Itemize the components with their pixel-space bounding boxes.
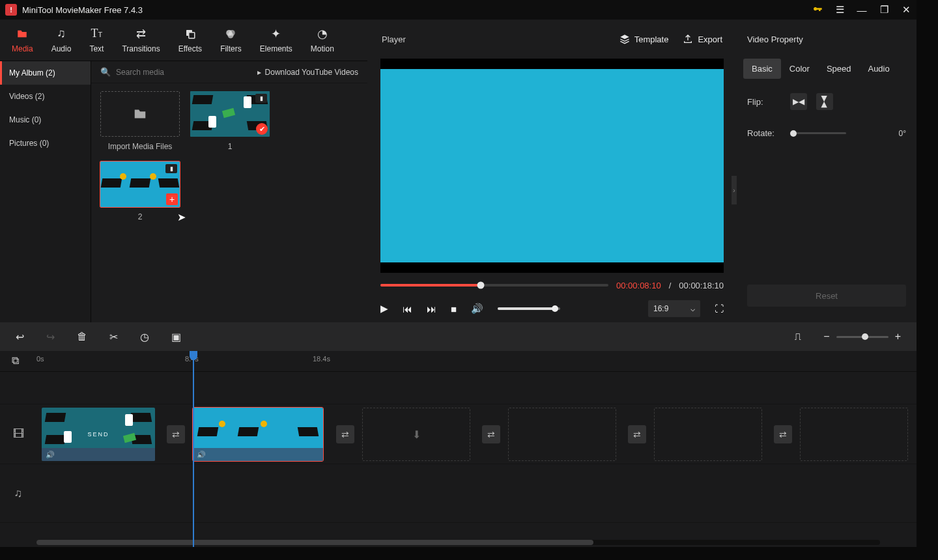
hamburger-menu-icon[interactable]: ☰ [834, 4, 845, 16]
auto-fit-icon[interactable]: ⧉ [12, 355, 19, 367]
main-tabs: Media ♫ Audio TT Text ⇄ Transitions Effe… [0, 20, 367, 61]
album-item-myalbum[interactable]: My Album (2) [0, 61, 91, 85]
redo-icon[interactable]: ↪ [46, 331, 55, 343]
app-logo: ! [5, 4, 17, 16]
player-header: Player Template Export [371, 20, 733, 59]
import-box[interactable] [100, 91, 180, 137]
folder-icon [16, 27, 29, 40]
undo-icon[interactable]: ↩ [16, 331, 24, 343]
timeline-scrollbar[interactable] [0, 538, 917, 547]
aspect-ratio-select[interactable]: 16:9 ⌵ [648, 300, 700, 317]
tab-audio[interactable]: ♫ Audio [42, 20, 81, 61]
album-item-videos[interactable]: Videos (2) [0, 85, 91, 108]
rotate-slider[interactable] [790, 132, 846, 134]
transition-slot-1[interactable]: ⇄ [167, 425, 185, 443]
volume-icon[interactable]: 🔊 [471, 303, 483, 315]
clip-placeholder[interactable] [800, 408, 908, 461]
tab-filters[interactable]: Filters [211, 20, 251, 61]
stop-icon[interactable]: ■ [451, 303, 457, 315]
media-thumb-1[interactable]: ▮ ✔ 1 [190, 91, 270, 151]
import-media-tile[interactable]: Import Media Files [100, 91, 180, 151]
play-icon[interactable]: ▶ [380, 303, 388, 315]
close-icon[interactable]: ✕ [901, 4, 911, 16]
maximize-icon[interactable]: ❐ [879, 4, 889, 16]
prop-tab-audio[interactable]: Audio [859, 59, 898, 79]
progress-row: 00:00:08:10 / 00:00:18:10 [371, 275, 733, 295]
clip-placeholder[interactable] [654, 408, 762, 461]
prop-tab-basic[interactable]: Basic [743, 59, 781, 79]
album-item-pictures[interactable]: Pictures (0) [0, 132, 91, 155]
motion-icon: ◔ [317, 27, 328, 40]
tab-elements-label: Elements [260, 44, 292, 53]
minimize-icon[interactable]: — [857, 5, 867, 16]
next-frame-icon[interactable]: ⏭ [427, 303, 436, 315]
upgrade-key-icon[interactable] [812, 5, 823, 15]
chevron-down-icon: ⌵ [690, 304, 695, 313]
prop-tab-color[interactable]: Color [781, 59, 818, 79]
property-panel: › Video Property Basic Color Speed Audio… [737, 20, 917, 322]
flip-vertical-button[interactable]: ▶◀ [816, 93, 833, 110]
timeline-snap-icon[interactable]: ⎍ [795, 331, 801, 343]
download-youtube-link[interactable]: ▸ Download YouTube Videos [257, 68, 358, 77]
ruler[interactable]: ⧉ 0s 8.4s 18.4s [0, 351, 917, 372]
playhead[interactable] [193, 351, 194, 547]
tab-motion[interactable]: ◔ Motion [302, 20, 343, 61]
clip-placeholder[interactable] [508, 408, 616, 461]
search-input[interactable] [116, 68, 252, 77]
video-type-icon: ▮ [255, 94, 267, 103]
clip-placeholder[interactable]: ⬇ [362, 408, 470, 461]
progress-slider[interactable] [380, 284, 608, 287]
media-thumb-2[interactable]: ▮ + 2 [100, 161, 180, 221]
import-label: Import Media Files [108, 142, 173, 151]
tab-transitions[interactable]: ⇄ Transitions [113, 20, 169, 61]
thumb-1-image[interactable]: ▮ ✔ [190, 91, 270, 137]
zoom-slider[interactable] [836, 336, 888, 338]
audio-track-icon[interactable]: ♫ [0, 464, 36, 522]
export-icon [683, 34, 693, 44]
export-button[interactable]: Export [683, 34, 722, 44]
clip-2[interactable]: 🔊 [193, 408, 323, 461]
player-stage[interactable] [380, 59, 724, 273]
album-item-music[interactable]: Music (0) [0, 108, 91, 132]
thumb-2-image[interactable]: ▮ + [100, 161, 180, 207]
track-spacer [0, 372, 917, 404]
add-badge-icon[interactable]: + [166, 193, 178, 205]
zoom-out-icon[interactable]: − [823, 331, 829, 343]
speed-icon[interactable]: ◷ [140, 331, 149, 343]
property-tabs: Basic Color Speed Audio [737, 59, 917, 79]
media-panel: Media ♫ Audio TT Text ⇄ Transitions Effe… [0, 20, 367, 322]
tab-text[interactable]: TT Text [80, 20, 113, 61]
check-badge-icon: ✔ [256, 123, 268, 135]
template-label: Template [634, 35, 669, 44]
video-track-icon[interactable]: 🎞 [0, 404, 36, 464]
prop-tab-speed[interactable]: Speed [818, 59, 860, 79]
titlebar-actions: ☰ — ❐ ✕ [812, 4, 911, 16]
transition-slot-5[interactable]: ⇄ [774, 425, 792, 443]
prev-frame-icon[interactable]: ⏮ [403, 303, 412, 315]
crop-icon[interactable]: ▣ [171, 331, 181, 343]
tab-transitions-label: Transitions [122, 44, 160, 53]
layers-icon [619, 34, 630, 44]
audio-track-body[interactable] [36, 464, 917, 522]
transition-slot-2[interactable]: ⇄ [336, 425, 354, 443]
volume-slider[interactable] [498, 307, 560, 310]
zoom-in-icon[interactable]: + [895, 331, 901, 343]
property-body: Flip: ▶◀ ▶◀ Rotate: 0° [737, 79, 917, 152]
transition-slot-4[interactable]: ⇄ [628, 425, 646, 443]
fullscreen-icon[interactable]: ⛶ [715, 303, 724, 314]
split-icon[interactable]: ✂ [109, 331, 118, 343]
transitions-icon: ⇄ [136, 27, 146, 40]
template-button[interactable]: Template [619, 34, 669, 44]
tab-elements[interactable]: ✦ Elements [251, 20, 302, 61]
transition-slot-3[interactable]: ⇄ [482, 425, 500, 443]
collapse-panel-button[interactable]: › [732, 176, 737, 204]
tab-media[interactable]: Media [3, 20, 42, 61]
video-track-body[interactable]: SEND 🔊 ⇄ 🔊 [36, 404, 917, 464]
clip-1[interactable]: SEND 🔊 [42, 408, 155, 461]
timeline: ⧉ 0s 8.4s 18.4s 🎞 [0, 351, 917, 547]
tab-effects-label: Effects [178, 44, 202, 53]
delete-icon[interactable]: 🗑 [77, 331, 87, 343]
flip-horizontal-button[interactable]: ▶◀ [790, 93, 807, 110]
reset-button[interactable]: Reset [747, 285, 906, 307]
tab-effects[interactable]: Effects [169, 20, 211, 61]
